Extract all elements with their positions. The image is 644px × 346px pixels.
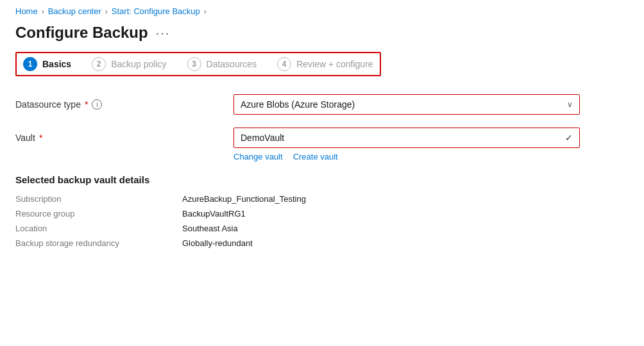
- breadcrumb-separator-2: ›: [105, 7, 108, 16]
- location-label: Location: [15, 224, 182, 233]
- vault-check-icon: ✓: [565, 133, 573, 143]
- detail-row-backup-storage: Backup storage redundancy Globally-redun…: [15, 238, 629, 248]
- location-value: Southeast Asia: [182, 224, 238, 233]
- breadcrumb-separator-3: ›: [204, 7, 207, 16]
- tab-basics-number: 1: [23, 57, 37, 71]
- backup-storage-value: Globally-redundant: [182, 238, 253, 248]
- tab-review-configure[interactable]: 4 Review + configure: [277, 57, 373, 71]
- backup-storage-label: Backup storage redundancy: [15, 238, 182, 248]
- detail-row-location: Location Southeast Asia: [15, 224, 629, 233]
- vault-links: Change vault Create vault: [233, 152, 580, 161]
- subscription-label: Subscription: [15, 194, 182, 204]
- tab-backup-policy-number: 2: [92, 57, 106, 71]
- vault-details-section: Selected backup vault details Subscripti…: [0, 174, 644, 248]
- breadcrumb-separator-1: ›: [42, 7, 44, 16]
- datasource-type-value: Azure Blobs (Azure Storage): [241, 99, 355, 110]
- resource-group-value: BackupVaultRG1: [182, 209, 246, 218]
- tab-datasources-number: 3: [187, 57, 201, 71]
- datasource-type-row: Datasource type * i Azure Blobs (Azure S…: [15, 94, 629, 115]
- tab-basics-label: Basics: [42, 59, 71, 69]
- datasource-type-chevron-icon: ∨: [567, 100, 573, 109]
- tab-basics[interactable]: 1 Basics: [23, 57, 71, 71]
- datasource-type-label-text: Datasource type: [15, 99, 81, 110]
- change-vault-link[interactable]: Change vault: [233, 152, 283, 161]
- resource-group-label: Resource group: [15, 209, 182, 218]
- tab-backup-policy-label: Backup policy: [111, 59, 166, 69]
- vault-value: DemoVault: [241, 133, 284, 143]
- vault-control: DemoVault ✓ Change vault Create vault: [233, 128, 580, 161]
- page-title: Configure Backup: [15, 24, 148, 42]
- vault-required: *: [39, 133, 42, 143]
- breadcrumb-backup-center[interactable]: Backup center: [48, 6, 101, 16]
- more-options-button[interactable]: ···: [156, 26, 171, 40]
- breadcrumb-configure-backup[interactable]: Start: Configure Backup: [112, 6, 200, 16]
- datasource-type-dropdown[interactable]: Azure Blobs (Azure Storage) ∨: [233, 94, 580, 115]
- tab-datasources[interactable]: 3 Datasources: [187, 57, 257, 71]
- datasource-type-info-icon[interactable]: i: [92, 99, 102, 110]
- datasource-type-label-group: Datasource type * i: [15, 94, 233, 110]
- form-section: Datasource type * i Azure Blobs (Azure S…: [0, 94, 644, 161]
- detail-row-subscription: Subscription AzureBackup_Functional_Test…: [15, 194, 629, 204]
- page-header: Configure Backup ···: [0, 21, 644, 52]
- create-vault-link[interactable]: Create vault: [293, 152, 338, 161]
- tab-backup-policy[interactable]: 2 Backup policy: [92, 57, 166, 71]
- vault-label-text: Vault: [15, 133, 35, 143]
- breadcrumb: Home › Backup center › Start: Configure …: [0, 0, 644, 21]
- breadcrumb-home[interactable]: Home: [15, 6, 38, 16]
- vault-label-group: Vault *: [15, 128, 233, 143]
- datasource-type-control: Azure Blobs (Azure Storage) ∨: [233, 94, 580, 115]
- detail-row-resource-group: Resource group BackupVaultRG1: [15, 209, 629, 218]
- vault-row: Vault * DemoVault ✓ Change vault Create …: [15, 128, 629, 161]
- tab-review-number: 4: [277, 57, 291, 71]
- vault-details-title: Selected backup vault details: [15, 174, 629, 185]
- wizard-tabs: 1 Basics 2 Backup policy 3 Datasources 4…: [15, 52, 381, 76]
- datasource-type-required: *: [85, 99, 88, 110]
- tab-datasources-label: Datasources: [207, 59, 257, 69]
- vault-dropdown[interactable]: DemoVault ✓: [233, 128, 580, 148]
- subscription-value: AzureBackup_Functional_Testing: [182, 194, 306, 204]
- tab-review-label: Review + configure: [296, 59, 373, 69]
- tabs-container: 1 Basics 2 Backup policy 3 Datasources 4…: [0, 52, 644, 76]
